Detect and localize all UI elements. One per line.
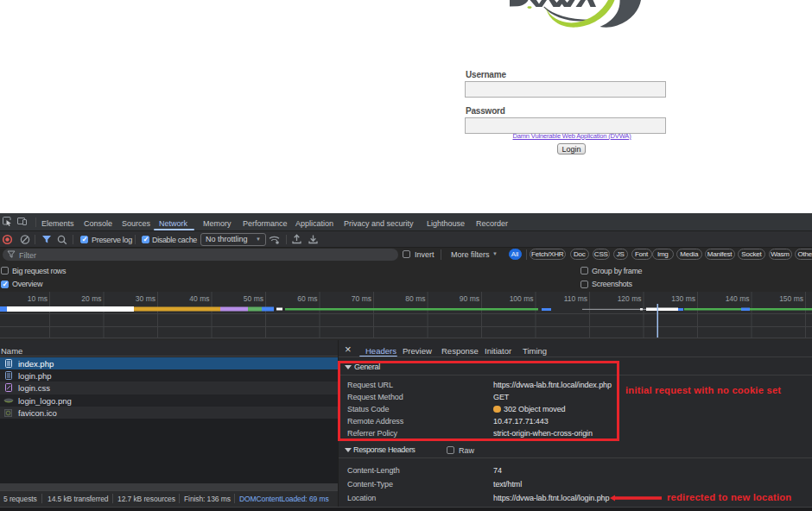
svg-text:100 ms: 100 ms: [510, 294, 534, 303]
svg-text:130 ms: 130 ms: [671, 294, 695, 303]
svg-text:70 ms: 70 ms: [352, 294, 371, 303]
svg-text:90 ms: 90 ms: [460, 294, 479, 303]
svg-text:140 ms: 140 ms: [726, 294, 750, 303]
svg-text:110 ms: 110 ms: [564, 294, 587, 303]
svg-text:10 ms: 10 ms: [28, 294, 48, 303]
svg-text:60 ms: 60 ms: [297, 294, 317, 303]
svg-text:80 ms: 80 ms: [405, 294, 425, 303]
svg-text:40 ms: 40 ms: [189, 294, 209, 303]
svg-text:30 ms: 30 ms: [136, 294, 155, 303]
svg-text:50 ms: 50 ms: [244, 294, 263, 303]
svg-text:20 ms: 20 ms: [81, 294, 101, 303]
svg-text:150 ms: 150 ms: [779, 294, 803, 303]
svg-text:120 ms: 120 ms: [618, 294, 642, 303]
